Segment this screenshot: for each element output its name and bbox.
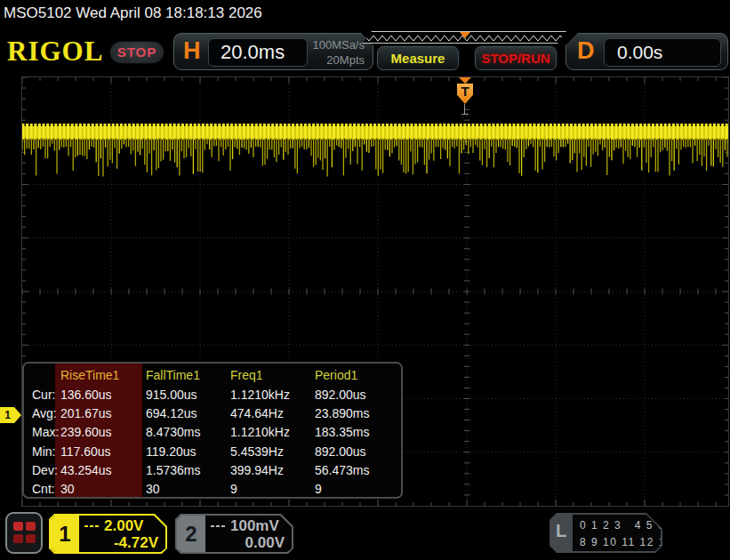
corner-cell <box>28 364 56 386</box>
meas-value: 43.254us <box>56 461 141 480</box>
meas-col-header[interactable]: Period1 <box>310 364 401 386</box>
meas-value: 201.67us <box>56 404 141 423</box>
channel2-scale: 100mV <box>230 517 279 535</box>
dc-coupling-icon <box>84 525 99 527</box>
menu-grid-icon <box>26 534 36 543</box>
logic-channels-row2: 8 9 10 11 12 13 14 15 <box>573 534 661 551</box>
meas-row-label: Cnt: <box>28 480 56 499</box>
meas-value: 1.1210kHz <box>226 386 310 404</box>
measurement-table: RiseTime1 FallTime1 Freq1 Period1 Cur: 1… <box>24 364 401 499</box>
meas-value: 9 <box>226 480 310 499</box>
channel1-ground-marker[interactable]: 1 <box>0 407 21 423</box>
channel1-status-block[interactable]: 1 2.00V -4.72V <box>49 514 167 554</box>
meas-value: 136.60us <box>56 386 141 404</box>
meas-value: 892.00us <box>310 386 401 404</box>
meas-value: 915.00us <box>141 386 226 404</box>
measurement-results-panel: RiseTime1 FallTime1 Freq1 Period1 Cur: 1… <box>22 362 403 499</box>
meas-value: 892.00us <box>310 443 401 461</box>
meas-row-label: Avg: <box>28 404 56 423</box>
overview-position-icon[interactable] <box>460 32 470 38</box>
memory-depth: 20Mpts <box>326 53 365 67</box>
meas-value: 1.5736ms <box>141 461 226 480</box>
channel2-number: 2 <box>177 516 205 552</box>
meas-value: 239.60us <box>56 423 141 442</box>
meas-value: 23.890ms <box>310 404 401 423</box>
menu-grid-icon <box>26 522 36 531</box>
meas-value: 5.4539Hz <box>226 443 310 461</box>
quick-menu-button[interactable] <box>5 512 43 554</box>
trigger-stem-tick <box>461 114 469 115</box>
timebase-value[interactable]: 20.0ms <box>208 38 308 67</box>
horizontal-timebase-panel[interactable]: H 20.0ms 100MSa/s 20Mpts <box>173 33 373 70</box>
meas-value: 119.20us <box>141 443 226 461</box>
meas-value: 694.12us <box>141 404 226 423</box>
logic-analyzer-block[interactable]: L 0 1 2 3 4 5 6 7 8 9 10 11 12 13 14 15 <box>550 513 662 553</box>
logic-analyzer-label: L <box>556 521 566 541</box>
sample-rate: 100MSa/s <box>312 38 365 52</box>
logic-channels-row1: 0 1 2 3 4 5 6 7 <box>573 515 661 534</box>
meas-value: 8.4730ms <box>141 423 226 442</box>
rigol-logo: RIGOL <box>7 36 103 68</box>
meas-col-header[interactable]: FallTime1 <box>141 364 226 386</box>
meas-value: 30 <box>56 480 141 499</box>
waveform-overview-strip[interactable] <box>363 31 566 44</box>
titlebar-model-datetime: MSO5102 Wed April 08 18:18:13 2026 <box>0 0 730 27</box>
d-label: D <box>577 37 595 65</box>
channel1-scale: 2.00V <box>104 517 143 535</box>
acquisition-status-badge: STOP <box>109 41 164 64</box>
channel1-number: 1 <box>51 516 79 552</box>
meas-row-label: Min: <box>28 443 56 461</box>
meas-value: 117.60us <box>56 443 141 461</box>
meas-row-label: Cur: <box>28 386 56 404</box>
channel2-offset: 0.00V <box>245 534 285 552</box>
dc-coupling-icon <box>211 525 225 527</box>
meas-col-header[interactable]: RiseTime1 <box>56 364 141 386</box>
channel1-offset: -4.72V <box>114 534 158 552</box>
delay-value[interactable]: 0.00s <box>604 38 721 67</box>
meas-value: 1.1210kHz <box>226 423 310 442</box>
trigger-position-icon[interactable] <box>459 77 471 84</box>
meas-value: 474.64Hz <box>226 404 310 423</box>
meas-value: 30 <box>141 480 226 499</box>
channel2-status-block[interactable]: 2 100mV 0.00V <box>175 514 293 554</box>
h-label: H <box>183 37 201 65</box>
meas-value: 56.473ms <box>310 461 401 480</box>
oscilloscope-screen: MSO5102 Wed April 08 18:18:13 2026 RIGOL… <box>0 0 730 560</box>
sample-rate-memdepth: 100MSa/s 20Mpts <box>312 37 365 68</box>
measure-button[interactable]: Measure <box>377 46 459 70</box>
delay-panel[interactable]: D 0.00s <box>566 33 728 70</box>
meas-value: 399.94Hz <box>226 461 310 480</box>
meas-value: 9 <box>310 480 401 499</box>
meas-row-label: Max: <box>28 423 56 442</box>
meas-col-header[interactable]: Freq1 <box>226 364 310 386</box>
stop-run-button[interactable]: STOP/RUN <box>475 46 557 70</box>
meas-row-label: Dev: <box>28 461 56 480</box>
menu-grid-icon <box>13 522 23 531</box>
trigger-stem <box>464 104 465 114</box>
menu-grid-icon <box>13 534 23 543</box>
meas-value: 183.35ms <box>310 423 401 442</box>
